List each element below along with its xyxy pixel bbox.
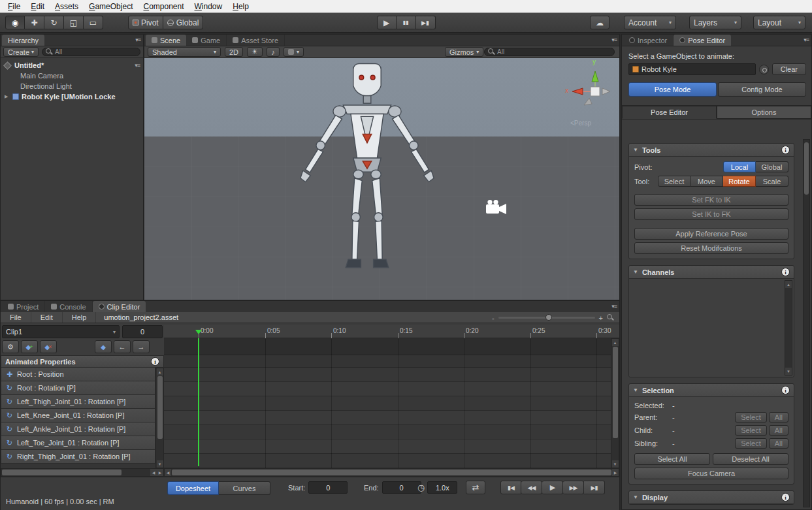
move-tool-button[interactable]: ✚: [25, 16, 44, 29]
pose-mode-button[interactable]: Pose Mode: [628, 82, 717, 97]
timeline-vscrollbar[interactable]: ▲ ▼: [611, 338, 619, 468]
tab-clip-editor[interactable]: Clip Editor: [93, 301, 146, 312]
scene-row-menu-icon[interactable]: ▾≡: [135, 62, 140, 69]
zoom-slider-thumb[interactable]: [545, 314, 552, 321]
scroll-up-icon[interactable]: ▲: [612, 339, 619, 346]
prev-key-button[interactable]: ←: [114, 340, 131, 353]
channels-scrollbar[interactable]: ▲ ▼: [785, 280, 792, 375]
pivot-toggle-button[interactable]: Pivot: [128, 16, 163, 29]
expander-icon[interactable]: ▶: [5, 94, 10, 99]
clip-editor-panel-menu-icon[interactable]: ▾≡: [611, 303, 617, 310]
scroll-up-icon[interactable]: ▲: [785, 281, 792, 288]
hierarchy-item-robot-kyle[interactable]: ▶ Robot Kyle [UMotion Locke: [1, 91, 143, 102]
sibling-select-button[interactable]: Select: [735, 438, 767, 449]
menu-component[interactable]: Component: [138, 1, 189, 12]
property-row-left-ankle[interactable]: ↻ Left_Ankle_Joint_01 : Rotation [P]: [1, 422, 155, 436]
play-button[interactable]: ▶: [377, 16, 397, 29]
layers-dropdown[interactable]: Layers▾: [689, 16, 741, 29]
layout-dropdown[interactable]: Layout▾: [753, 16, 805, 29]
info-icon[interactable]: i: [781, 268, 790, 276]
step-button[interactable]: ▶▮: [416, 16, 436, 29]
scroll-down-icon[interactable]: ▼: [612, 460, 619, 468]
effects-dropdown-button[interactable]: ▾: [284, 47, 304, 57]
selection-section-header[interactable]: ▼ Selection i: [629, 384, 794, 397]
delete-keyframe-button[interactable]: ◆×: [40, 340, 57, 353]
perspective-label[interactable]: <Persp: [570, 120, 591, 127]
shading-mode-dropdown[interactable]: Shaded▾: [148, 47, 221, 57]
clip-settings-button[interactable]: ⚙: [2, 340, 19, 353]
zoom-in-label[interactable]: +: [599, 314, 603, 322]
hierarchy-search-input[interactable]: All: [42, 48, 140, 56]
channels-list[interactable]: ▲ ▼: [629, 279, 794, 377]
curves-tab[interactable]: Curves: [219, 481, 270, 495]
playhead-marker[interactable]: [195, 330, 202, 338]
tab-project[interactable]: Project: [2, 301, 45, 312]
child-all-button[interactable]: All: [769, 425, 788, 436]
property-row-left-knee[interactable]: ↻ Left_Knee_Joint_01 : Rotation [P]: [1, 408, 155, 422]
tab-options[interactable]: Options: [717, 106, 811, 119]
clip-select-dropdown[interactable]: Clip1 ▾: [2, 325, 120, 338]
property-row-left-toe[interactable]: ↻ Left_Toe_Joint_01 : Rotation [P]: [1, 436, 155, 450]
scroll-up-icon[interactable]: ▲: [157, 368, 163, 375]
channels-section-header[interactable]: ▼ Channels i: [629, 266, 794, 279]
audio-toggle-button[interactable]: ♪: [267, 47, 280, 57]
hierarchy-item-directional-light[interactable]: Directional Light: [1, 81, 143, 91]
skip-to-start-button[interactable]: ▮◀: [500, 481, 521, 494]
gizmos-dropdown[interactable]: Gizmos▾: [445, 47, 483, 57]
create-dropdown[interactable]: Create▾: [3, 47, 39, 57]
global-toggle-button[interactable]: Global: [163, 16, 204, 29]
info-icon[interactable]: i: [781, 386, 790, 394]
hierarchy-item-main-camera[interactable]: Main Camera: [1, 71, 143, 81]
info-icon[interactable]: i: [151, 357, 159, 366]
scrollbar-thumb[interactable]: [2, 470, 122, 475]
timeline-hscrollbar[interactable]: ◀ ▶: [164, 468, 619, 477]
dopesheet-tab[interactable]: Dopesheet: [167, 481, 219, 495]
child-select-button[interactable]: Select: [735, 425, 767, 436]
scene-panel-menu-icon[interactable]: ▾≡: [611, 37, 617, 43]
menu-file[interactable]: File: [3, 1, 25, 12]
rewind-button[interactable]: ◀◀: [521, 481, 542, 494]
timeline-area[interactable]: [164, 338, 612, 468]
2d-toggle-button[interactable]: 2D: [225, 47, 243, 57]
tab-hierarchy[interactable]: Hierarchy: [2, 35, 44, 46]
view-tool-button[interactable]: ◉: [5, 16, 25, 29]
pivot-local-button[interactable]: Local: [723, 161, 756, 172]
scroll-left-icon[interactable]: ◀: [150, 469, 157, 476]
lighting-toggle-button[interactable]: ☀: [247, 47, 263, 57]
clip-menu-file[interactable]: File: [1, 312, 31, 323]
tab-asset-store[interactable]: Asset Store: [227, 35, 285, 46]
start-frame-field[interactable]: 0: [308, 481, 348, 494]
clip-menu-help[interactable]: Help: [63, 312, 97, 323]
pose-editor-panel-menu-icon[interactable]: ▾≡: [804, 37, 809, 43]
scroll-down-icon[interactable]: ▼: [157, 460, 163, 468]
zoom-out-label[interactable]: -: [492, 314, 495, 322]
scroll-left-icon[interactable]: ◀: [165, 469, 171, 476]
tab-console[interactable]: Console: [45, 301, 92, 312]
set-fk-to-ik-button[interactable]: Set FK to IK: [634, 194, 788, 206]
playhead-line[interactable]: [198, 338, 199, 466]
current-frame-field[interactable]: 0: [122, 325, 163, 338]
hierarchy-panel-menu-icon[interactable]: ▾≡: [135, 37, 140, 43]
scale-tool-button[interactable]: ◱: [64, 16, 84, 29]
tools-section-header[interactable]: ▼ Tools i: [629, 144, 794, 157]
next-key-button[interactable]: →: [133, 340, 150, 353]
properties-hscrollbar[interactable]: ◀ ▶: [1, 468, 164, 477]
reset-modifications-button[interactable]: Reset Modifcations: [634, 242, 788, 254]
tab-game[interactable]: Game: [186, 35, 227, 46]
animate-object-field[interactable]: Robot Kyle: [628, 63, 756, 75]
scrollbar-thumb[interactable]: [172, 470, 611, 475]
pivot-global-button[interactable]: Global: [756, 161, 788, 172]
tab-pose-editor[interactable]: Pose Editor: [674, 35, 731, 46]
add-keyframe-button[interactable]: ◆+: [21, 340, 38, 353]
menu-edit[interactable]: Edit: [25, 1, 50, 12]
parent-all-button[interactable]: All: [769, 412, 788, 422]
timeline-row[interactable]: [164, 439, 612, 454]
properties-scrollbar[interactable]: ▲ ▼: [155, 368, 164, 468]
loop-toggle-button[interactable]: ⇄: [466, 481, 485, 494]
end-frame-field[interactable]: 0: [382, 481, 421, 494]
pause-button[interactable]: ▮▮: [397, 16, 416, 29]
clip-menu-edit[interactable]: Edit: [31, 312, 63, 323]
scrollbar-thumb[interactable]: [804, 142, 809, 195]
apply-reference-pose-button[interactable]: Apply Reference Pose: [634, 228, 788, 240]
menu-gameobject[interactable]: GameObject: [84, 1, 138, 12]
